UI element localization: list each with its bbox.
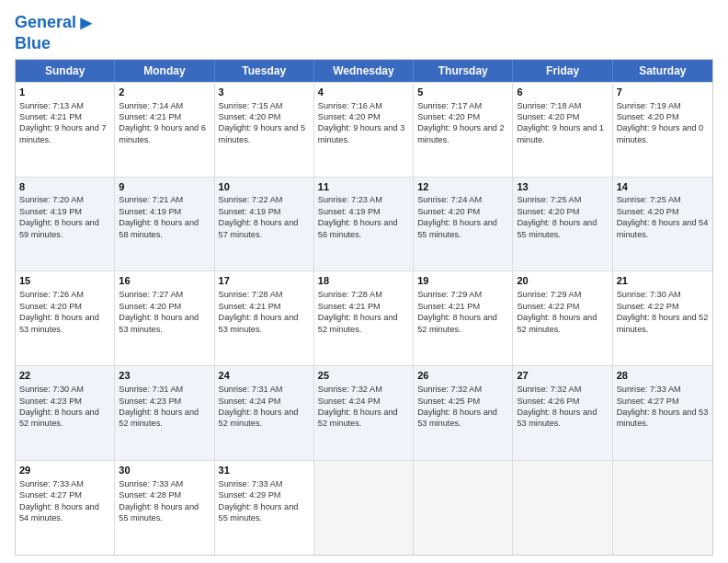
- day-cell-14: 14Sunrise: 7:25 AMSunset: 4:20 PMDayligh…: [613, 178, 712, 271]
- day-cell-3: 3Sunrise: 7:15 AMSunset: 4:20 PMDaylight…: [215, 83, 314, 177]
- day-number: 29: [19, 464, 110, 477]
- day-number: 14: [617, 180, 709, 194]
- daylight-text: Daylight: 8 hours and 52 minutes.: [19, 408, 99, 428]
- day-number: 25: [318, 369, 409, 383]
- day-number: 3: [219, 86, 310, 99]
- day-number: 8: [19, 180, 110, 194]
- day-cell-5: 5Sunrise: 7:17 AMSunset: 4:20 PMDaylight…: [414, 83, 513, 177]
- sunset-text: Sunset: 4:19 PM: [318, 207, 381, 216]
- sunrise-text: Sunrise: 7:22 AM: [219, 195, 283, 204]
- day-cell-29: 29Sunrise: 7:33 AMSunset: 4:27 PMDayligh…: [16, 461, 115, 555]
- daylight-text: Daylight: 9 hours and 1 minute.: [517, 123, 604, 144]
- sunset-text: Sunset: 4:20 PM: [417, 112, 480, 121]
- sunrise-text: Sunrise: 7:25 AM: [517, 195, 581, 204]
- sunset-text: Sunset: 4:26 PM: [517, 396, 579, 406]
- calendar-row-3: 15Sunrise: 7:26 AMSunset: 4:20 PMDayligh…: [16, 270, 712, 365]
- sunrise-text: Sunrise: 7:28 AM: [318, 290, 382, 299]
- daylight-text: Daylight: 8 hours and 55 minutes.: [417, 218, 497, 238]
- day-number: 2: [119, 86, 210, 99]
- day-cell-24: 24Sunrise: 7:31 AMSunset: 4:24 PMDayligh…: [215, 366, 314, 460]
- day-number: 11: [318, 180, 409, 194]
- daylight-text: Daylight: 8 hours and 53 minutes.: [19, 313, 99, 333]
- day-cell-12: 12Sunrise: 7:24 AMSunset: 4:20 PMDayligh…: [414, 178, 513, 271]
- daylight-text: Daylight: 8 hours and 52 minutes.: [119, 408, 199, 428]
- sunrise-text: Sunrise: 7:19 AM: [617, 101, 681, 110]
- day-cell-25: 25Sunrise: 7:32 AMSunset: 4:24 PMDayligh…: [314, 366, 414, 460]
- calendar-header: SundayMondayTuesdayWednesdayThursdayFrid…: [16, 60, 712, 82]
- day-number: 24: [219, 369, 310, 383]
- sunset-text: Sunset: 4:23 PM: [119, 396, 181, 406]
- daylight-text: Daylight: 9 hours and 2 minutes.: [417, 123, 505, 144]
- daylight-text: Daylight: 8 hours and 52 minutes.: [517, 313, 597, 333]
- sunset-text: Sunset: 4:22 PM: [517, 302, 579, 311]
- calendar: SundayMondayTuesdayWednesdayThursdayFrid…: [15, 59, 713, 556]
- sunrise-text: Sunrise: 7:26 AM: [19, 290, 84, 299]
- daylight-text: Daylight: 8 hours and 53 minutes.: [417, 408, 497, 428]
- day-number: 5: [417, 86, 508, 99]
- daylight-text: Daylight: 8 hours and 53 minutes.: [219, 313, 299, 333]
- sunrise-text: Sunrise: 7:24 AM: [417, 195, 482, 204]
- day-cell-13: 13Sunrise: 7:25 AMSunset: 4:20 PMDayligh…: [513, 178, 612, 271]
- logo-text: General: [15, 14, 76, 32]
- day-number: 17: [219, 274, 310, 288]
- sunset-text: Sunset: 4:21 PM: [19, 112, 82, 121]
- sunset-text: Sunset: 4:25 PM: [417, 396, 480, 406]
- calendar-row-2: 8Sunrise: 7:20 AMSunset: 4:19 PMDaylight…: [16, 177, 712, 271]
- sunrise-text: Sunrise: 7:30 AM: [617, 290, 681, 299]
- day-number: 10: [219, 180, 310, 194]
- day-cell-27: 27Sunrise: 7:32 AMSunset: 4:26 PMDayligh…: [513, 366, 612, 460]
- sunset-text: Sunset: 4:22 PM: [617, 302, 679, 311]
- day-number: 30: [119, 464, 210, 477]
- calendar-row-5: 29Sunrise: 7:33 AMSunset: 4:27 PMDayligh…: [16, 460, 712, 555]
- sunrise-text: Sunrise: 7:20 AM: [19, 195, 84, 204]
- day-number: 15: [19, 274, 110, 288]
- sunset-text: Sunset: 4:27 PM: [19, 490, 82, 500]
- sunset-text: Sunset: 4:21 PM: [119, 112, 181, 121]
- sunset-text: Sunset: 4:20 PM: [517, 207, 579, 216]
- day-cell-20: 20Sunrise: 7:29 AMSunset: 4:22 PMDayligh…: [513, 271, 612, 365]
- sunset-text: Sunset: 4:27 PM: [617, 396, 679, 406]
- daylight-text: Daylight: 8 hours and 59 minutes.: [19, 218, 99, 238]
- sunrise-text: Sunrise: 7:33 AM: [219, 479, 283, 488]
- sunset-text: Sunset: 4:21 PM: [417, 302, 480, 311]
- day-number: 19: [417, 274, 508, 288]
- sunset-text: Sunset: 4:20 PM: [19, 302, 82, 311]
- empty-cell: [513, 461, 612, 555]
- day-cell-9: 9Sunrise: 7:21 AMSunset: 4:19 PMDaylight…: [115, 178, 214, 271]
- day-cell-31: 31Sunrise: 7:33 AMSunset: 4:29 PMDayligh…: [215, 461, 314, 555]
- daylight-text: Daylight: 9 hours and 5 minutes.: [219, 123, 306, 144]
- day-number: 18: [318, 274, 409, 288]
- daylight-text: Daylight: 8 hours and 52 minutes.: [318, 313, 398, 333]
- day-cell-7: 7Sunrise: 7:19 AMSunset: 4:20 PMDaylight…: [613, 83, 712, 177]
- sunrise-text: Sunrise: 7:31 AM: [119, 385, 183, 394]
- logo: General ► Blue: [15, 11, 97, 53]
- sunset-text: Sunset: 4:24 PM: [318, 396, 381, 406]
- empty-cell: [613, 461, 712, 555]
- daylight-text: Daylight: 8 hours and 56 minutes.: [318, 218, 398, 238]
- sunset-text: Sunset: 4:20 PM: [318, 112, 381, 121]
- sunset-text: Sunset: 4:21 PM: [318, 302, 381, 311]
- daylight-text: Daylight: 8 hours and 54 minutes.: [617, 218, 709, 238]
- day-number: 20: [517, 274, 608, 288]
- daylight-text: Daylight: 9 hours and 6 minutes.: [119, 123, 206, 144]
- day-number: 27: [517, 369, 608, 383]
- header-day-sunday: Sunday: [16, 60, 115, 82]
- sunrise-text: Sunrise: 7:23 AM: [318, 195, 382, 204]
- sunset-text: Sunset: 4:20 PM: [219, 112, 281, 121]
- sunrise-text: Sunrise: 7:32 AM: [517, 385, 581, 394]
- sunrise-text: Sunrise: 7:33 AM: [19, 479, 84, 488]
- day-number: 28: [617, 369, 709, 383]
- daylight-text: Daylight: 9 hours and 0 minutes.: [617, 123, 704, 144]
- sunset-text: Sunset: 4:21 PM: [219, 302, 281, 311]
- sunrise-text: Sunrise: 7:27 AM: [119, 290, 183, 299]
- day-number: 9: [119, 180, 210, 194]
- header-day-tuesday: Tuesday: [215, 60, 314, 82]
- sunrise-text: Sunrise: 7:30 AM: [19, 385, 84, 394]
- day-cell-18: 18Sunrise: 7:28 AMSunset: 4:21 PMDayligh…: [314, 271, 414, 365]
- day-cell-4: 4Sunrise: 7:16 AMSunset: 4:20 PMDaylight…: [314, 83, 414, 177]
- day-cell-15: 15Sunrise: 7:26 AMSunset: 4:20 PMDayligh…: [16, 271, 115, 365]
- sunrise-text: Sunrise: 7:32 AM: [417, 385, 482, 394]
- daylight-text: Daylight: 8 hours and 55 minutes.: [219, 502, 299, 523]
- sunset-text: Sunset: 4:28 PM: [119, 490, 181, 500]
- daylight-text: Daylight: 8 hours and 53 minutes.: [517, 408, 597, 428]
